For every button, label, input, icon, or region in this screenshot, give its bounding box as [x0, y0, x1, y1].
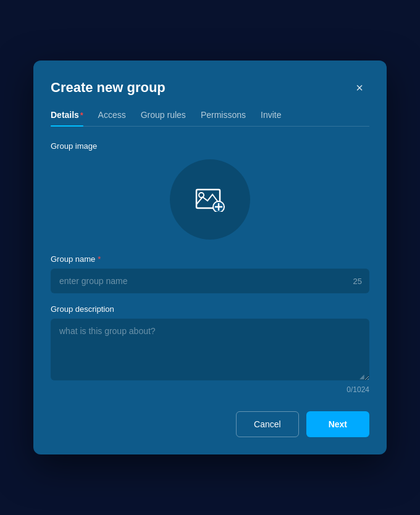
tab-access[interactable]: Access	[98, 110, 126, 126]
modal-title: Create new group	[51, 80, 166, 96]
tab-invite[interactable]: Invite	[261, 110, 281, 126]
description-char-count: 0/1024	[51, 385, 369, 394]
next-button[interactable]: Next	[306, 411, 369, 437]
tab-details[interactable]: Details*	[51, 110, 83, 126]
group-name-input-wrapper: 25	[51, 269, 369, 293]
image-upload-area	[51, 159, 369, 240]
group-name-label: Group name *	[51, 254, 369, 264]
group-description-label: Group description	[51, 304, 369, 314]
group-description-wrapper: ◢	[51, 319, 369, 383]
close-button[interactable]: ×	[350, 78, 369, 98]
group-description-section: Group description ◢ 0/1024	[51, 304, 369, 394]
create-group-modal: Create new group × Details* Access Group…	[33, 61, 387, 454]
tab-bar: Details* Access Group rules Permissons I…	[51, 110, 369, 127]
add-image-icon	[195, 187, 225, 212]
tab-group-rules[interactable]: Group rules	[141, 110, 186, 126]
resize-handle-icon: ◢	[359, 373, 366, 379]
group-name-input[interactable]	[51, 269, 369, 293]
group-name-section: Group name * 25	[51, 254, 369, 293]
group-name-char-count: 25	[353, 277, 362, 286]
group-description-textarea[interactable]	[51, 319, 369, 380]
required-indicator: *	[80, 111, 83, 120]
name-required-star: *	[98, 254, 101, 264]
modal-footer: Cancel Next	[51, 406, 369, 437]
svg-point-1	[199, 193, 204, 198]
modal-header: Create new group ×	[51, 78, 369, 98]
cancel-button[interactable]: Cancel	[236, 411, 299, 437]
group-image-section: Group image	[51, 141, 369, 240]
image-upload-button[interactable]	[170, 159, 250, 240]
group-image-label: Group image	[51, 141, 369, 151]
tab-permissions[interactable]: Permissons	[201, 110, 246, 126]
